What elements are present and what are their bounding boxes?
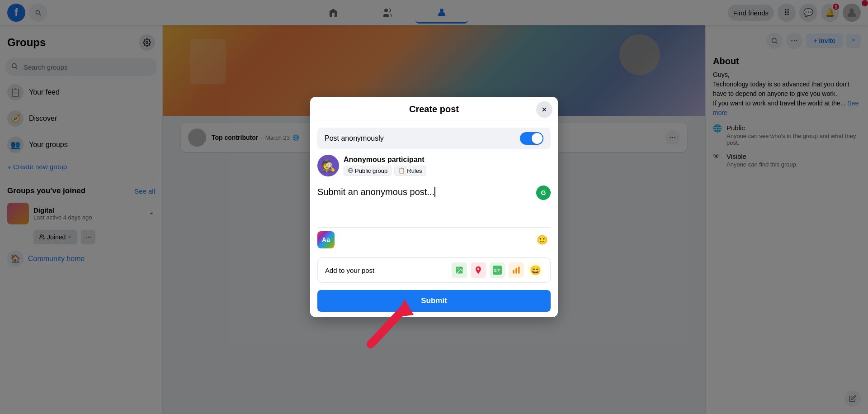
add-to-post-row: Add to your post GIF 😄 bbox=[317, 257, 551, 283]
anonymous-avatar: 🕵️ bbox=[317, 155, 339, 176]
poll-icon[interactable] bbox=[509, 262, 524, 278]
location-icon[interactable] bbox=[471, 262, 486, 278]
public-group-tag[interactable]: Public group bbox=[344, 166, 392, 176]
mood-icon[interactable]: 😄 bbox=[528, 262, 543, 278]
user-tags: Public group 📋 Rules bbox=[344, 166, 551, 176]
svg-rect-13 bbox=[515, 268, 517, 274]
photo-icon[interactable] bbox=[452, 262, 467, 278]
user-info: Anonymous participant Public group 📋 Rul… bbox=[344, 156, 551, 176]
public-group-label: Public group bbox=[355, 167, 387, 174]
post-input-text: Submit an anonymous post... bbox=[317, 186, 551, 198]
modal-title: Create post bbox=[409, 104, 459, 114]
anonymous-toggle-row: Post anonymously bbox=[317, 128, 551, 149]
svg-rect-12 bbox=[513, 270, 514, 274]
svg-rect-14 bbox=[518, 267, 519, 274]
post-action-icons: GIF 😄 bbox=[452, 262, 543, 278]
rules-tag[interactable]: 📋 Rules bbox=[394, 166, 426, 176]
modal-overlay[interactable]: Create post Post anonymously 🕵️ Anonymou… bbox=[0, 0, 868, 414]
rules-label: Rules bbox=[407, 167, 422, 174]
modal-header: Create post bbox=[310, 97, 558, 122]
create-post-modal: Create post Post anonymously 🕵️ Anonymou… bbox=[310, 97, 558, 317]
emoji-button[interactable]: 🙂 bbox=[533, 231, 551, 248]
gif-icon[interactable]: GIF bbox=[490, 262, 505, 278]
anonymous-toggle[interactable] bbox=[520, 132, 543, 145]
text-format-button[interactable]: Aa bbox=[317, 231, 335, 248]
submit-button[interactable]: Submit bbox=[317, 290, 551, 312]
user-row: 🕵️ Anonymous participant Public group 📋 … bbox=[317, 155, 551, 176]
toggle-knob bbox=[532, 133, 542, 144]
formatting-row: Aa 🙂 bbox=[317, 227, 551, 252]
anon-toggle-label: Post anonymously bbox=[325, 134, 384, 143]
svg-text:GIF: GIF bbox=[494, 268, 500, 273]
close-modal-button[interactable] bbox=[536, 101, 552, 118]
modal-body: Post anonymously 🕵️ Anonymous participan… bbox=[310, 122, 558, 317]
text-cursor bbox=[434, 187, 435, 197]
user-name: Anonymous participant bbox=[344, 156, 551, 164]
svg-point-9 bbox=[458, 268, 459, 270]
add-to-post-label: Add to your post bbox=[325, 266, 374, 274]
grammarly-button[interactable]: G bbox=[536, 186, 551, 200]
post-input-area[interactable]: Submit an anonymous post... G bbox=[317, 182, 551, 227]
